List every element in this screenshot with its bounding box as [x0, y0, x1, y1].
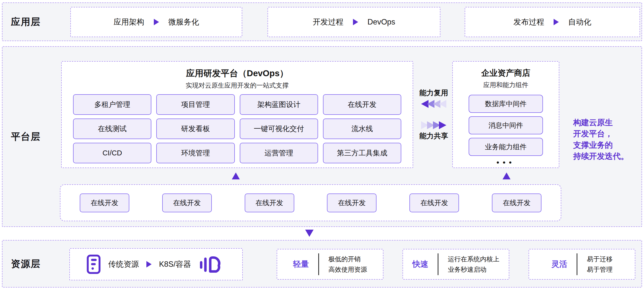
online-dev-pill: 在线开发	[245, 194, 294, 212]
resource-layer-label: 资源层	[11, 258, 40, 270]
cloud-container-icon	[198, 255, 226, 274]
store-component-pill: 业务能力组件	[469, 138, 543, 156]
application-layer-label: 应用层	[11, 15, 40, 28]
feature-line: 高效使用资源	[328, 264, 367, 275]
feature-lightweight: 轻量 极低的开销 高效使用资源	[277, 249, 384, 280]
transition-to-label: DevOps	[368, 17, 395, 26]
divider	[438, 253, 438, 275]
feature-label: 灵活	[551, 259, 567, 270]
transition-from-label: 开发过程	[313, 17, 344, 27]
app-transition-architecture: 应用架构 微服务化	[70, 7, 242, 37]
arrows-right-icon	[422, 121, 446, 129]
resource-transition-box: 传统资源 K8S/容器	[69, 248, 243, 280]
arrows-left-icon	[422, 100, 446, 108]
server-icon	[86, 254, 101, 274]
devops-capability-grid: 多租户管理 项目管理 架构蓝图设计 在线开发 在线测试 研发看板 一键可视化交付…	[73, 94, 401, 163]
feature-description: 易于迁移 易于管理	[587, 254, 612, 275]
slogan-line: 构建云原生	[573, 117, 642, 128]
capability-pill: 架构蓝图设计	[240, 94, 318, 115]
divider	[577, 253, 577, 275]
capability-pill: 流水线	[323, 119, 401, 139]
capability-reuse-label: 能力复用	[419, 88, 448, 98]
store-component-pill: 消息中间件	[469, 116, 543, 134]
triangle-right-icon	[146, 261, 152, 268]
feature-line: 易于迁移	[587, 254, 612, 264]
platform-layer-section: 平台层 应用研发平台（DevOps） 实现对云原生应用开发的一站式支撑 多租户管…	[2, 46, 642, 227]
application-layer-section: 应用层 应用架构 微服务化 开发过程 DevOps 发布过程 自动化	[2, 2, 642, 41]
resource-to-label: K8S/容器	[159, 259, 191, 270]
triangle-right-icon	[154, 19, 159, 25]
online-dev-pill: 在线开发	[80, 194, 129, 212]
app-transition-release: 发布过程 自动化	[465, 7, 640, 37]
slogan-text: 构建云原生 开发平台， 支撑业务的 持续开发迭代。	[573, 117, 642, 162]
devops-platform-box: 应用研发平台（DevOps） 实现对云原生应用开发的一站式支撑 多租户管理 项目…	[61, 61, 413, 168]
transition-from-label: 发布过程	[514, 17, 544, 27]
capability-pill: 运营管理	[240, 143, 318, 163]
asset-store-title: 企业资产商店	[453, 67, 559, 79]
resource-layer-section: 资源层 传统资源 K8S/容器 轻量 极低的开销 高效使用资源 快速 运行在系统…	[2, 240, 642, 288]
devops-platform-title: 应用研发平台（DevOps）	[62, 67, 413, 79]
transition-to-label: 微服务化	[168, 17, 199, 27]
capability-pill: 一键可视化交付	[240, 119, 318, 139]
feature-label: 快速	[412, 259, 428, 270]
feature-fast: 快速 运行在系统内核上 业务秒速启动	[402, 249, 509, 280]
asset-store-subtitle: 应用和能力组件	[453, 81, 559, 89]
asset-store-box: 企业资产商店 应用和能力组件 数据库中间件 消息中间件 业务能力组件 •••	[452, 61, 559, 168]
feature-description: 运行在系统内核上 业务秒速启动	[448, 254, 499, 275]
triangle-right-icon	[439, 121, 446, 129]
triangle-down-icon	[305, 230, 314, 237]
feature-description: 极低的开销 高效使用资源	[328, 254, 367, 275]
online-dev-row: 在线开发 在线开发 在线开发 在线开发 在线开发 在线开发	[60, 184, 561, 221]
resource-from-label: 传统资源	[108, 259, 139, 270]
divider	[318, 253, 319, 275]
platform-layer-label: 平台层	[11, 130, 40, 143]
online-dev-pill: 在线开发	[327, 194, 376, 212]
capability-pill: 项目管理	[156, 94, 234, 115]
app-transition-development: 开发过程 DevOps	[268, 7, 440, 37]
slogan-line: 支撑业务的	[573, 140, 642, 151]
feature-line: 易于管理	[587, 264, 612, 275]
capability-pill: 环境管理	[156, 143, 234, 163]
devops-platform-subtitle: 实现对云原生应用开发的一站式支撑	[62, 81, 413, 90]
feature-flexible: 灵活 易于迁移 易于管理	[528, 249, 635, 280]
feature-line: 业务秒速启动	[448, 264, 499, 275]
online-dev-pill: 在线开发	[492, 194, 542, 212]
online-dev-pill: 在线开发	[162, 194, 212, 212]
transition-to-label: 自动化	[568, 17, 591, 27]
capability-pill: 多租户管理	[73, 94, 151, 115]
transition-from-label: 应用架构	[114, 17, 144, 27]
capability-share-label: 能力共享	[419, 131, 448, 141]
online-dev-pill: 在线开发	[410, 194, 459, 212]
slogan-line: 持续开发迭代。	[573, 151, 642, 162]
feature-line: 运行在系统内核上	[448, 254, 499, 264]
feature-line: 极低的开销	[328, 254, 367, 264]
capability-bridge: 能力复用 能力共享	[413, 61, 454, 168]
capability-pill: 研发看板	[156, 119, 234, 139]
capability-pill: 第三方工具集成	[323, 143, 401, 163]
capability-pill: 在线开发	[323, 94, 401, 115]
triangle-right-icon	[554, 19, 559, 25]
store-component-pill: 数据库中间件	[469, 95, 543, 113]
feature-label: 轻量	[293, 259, 309, 270]
more-dots: •••	[453, 158, 559, 167]
slogan-line: 开发平台，	[573, 128, 642, 139]
triangle-up-icon	[502, 172, 510, 179]
capability-pill: 在线测试	[73, 119, 151, 139]
capability-pill: CI/CD	[73, 143, 151, 163]
triangle-right-icon	[353, 19, 358, 25]
triangle-up-icon	[232, 172, 240, 179]
